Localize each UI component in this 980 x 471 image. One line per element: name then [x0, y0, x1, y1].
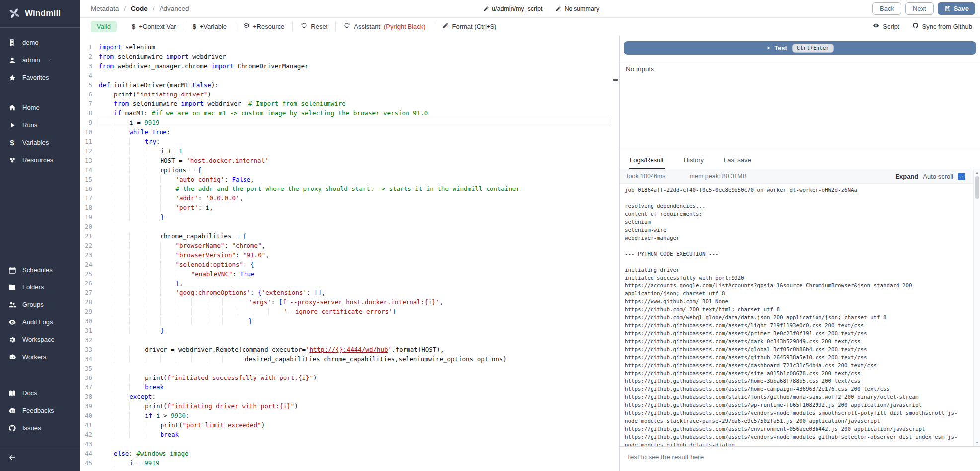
logs-scrollbar[interactable]: ▲ ▼ — [973, 169, 980, 446]
code-line[interactable]: 21 chrome_capabilities = { — [80, 231, 619, 241]
sidebar-item-variables[interactable]: $Variables — [0, 134, 80, 151]
toolbar-variable[interactable]: $+Variable — [184, 21, 235, 31]
sidebar-item-label: Docs — [22, 389, 37, 397]
code-line[interactable]: 7 from seleniumwire import webdriver # I… — [80, 99, 619, 108]
tab-code[interactable]: Code — [131, 5, 148, 12]
code-line[interactable]: 9 i = 9919 — [80, 118, 619, 127]
line-number: 1 — [80, 42, 99, 52]
code-line[interactable]: 5def initiateDriver(macM1=False): — [80, 80, 619, 90]
code-line[interactable]: 39 print(f"initiating driver with port:{… — [80, 401, 619, 411]
sidebar-item-home[interactable]: Home — [0, 99, 80, 116]
sidebar-item-issues[interactable]: Issues — [0, 419, 80, 437]
code-line[interactable]: 41 print("port limit exceeded") — [80, 420, 619, 430]
code-line[interactable]: 16 # the addr and the port where the pro… — [80, 184, 619, 193]
code-line[interactable]: 28 'args': [f'--proxy-server=host.docker… — [80, 297, 619, 307]
sidebar-item-docs[interactable]: Docs — [0, 384, 80, 402]
tab-advanced[interactable]: Advanced — [160, 5, 189, 12]
sidebar-item-runs[interactable]: Runs — [0, 116, 80, 134]
expand-button[interactable]: Expand — [895, 173, 918, 180]
script-summary-edit[interactable]: No summary — [555, 5, 599, 12]
code-line[interactable]: 43 — [80, 439, 619, 449]
sidebar-item-admin[interactable]: admin — [0, 51, 80, 69]
code-line[interactable]: 33 driver = webdriver.Remote(command_exe… — [80, 345, 619, 354]
code-line[interactable]: 27 'goog:chromeOptions': {'extensions': … — [80, 288, 619, 297]
line-number: 45 — [80, 458, 99, 468]
toolbar-assistant[interactable]: Assistant (Pyright Black) — [335, 21, 433, 31]
code-line[interactable]: 26 }, — [80, 279, 619, 288]
tab-metadata[interactable]: Metadata — [91, 5, 119, 12]
code-line[interactable]: 1import selenium — [80, 42, 619, 52]
sidebar-item-resources[interactable]: Resources — [0, 151, 80, 169]
header-actions: Back Next Save — [872, 2, 975, 15]
app-logo[interactable]: Windmill — [0, 0, 80, 28]
code-line[interactable]: 19 } — [80, 212, 619, 222]
bot-icon — [8, 353, 16, 361]
log-output[interactable]: job 01864aff-22dd-cf40-f0c5-0ec8e9b50c70… — [620, 184, 980, 446]
code-line[interactable]: 10 while True: — [80, 127, 619, 137]
toolbar-resource[interactable]: +Resource — [235, 21, 292, 31]
code-editor[interactable]: 1import selenium2from seleniumwire impor… — [80, 35, 619, 471]
save-button[interactable]: Save — [938, 2, 975, 15]
toolbar-context-var[interactable]: $+Context Var — [124, 21, 184, 31]
line-number: 37 — [80, 382, 99, 392]
code-line[interactable]: 31 } — [80, 326, 619, 335]
back-button[interactable]: Back — [872, 2, 901, 15]
scrollbar-thumb[interactable] — [975, 176, 979, 199]
code-line[interactable]: 36 print(f"initiated successfully with p… — [80, 373, 619, 382]
code-line[interactable]: 2from seleniumwire import webdriver — [80, 52, 619, 61]
code-line[interactable]: 11 try: — [80, 137, 619, 146]
code-line[interactable]: 17 'addr': '0.0.0.0', — [80, 193, 619, 203]
sidebar-item-workers[interactable]: Workers — [0, 348, 80, 366]
code-line[interactable]: 12 i += 1 — [80, 146, 619, 156]
autoscroll-checkbox[interactable] — [958, 173, 965, 180]
tab-history[interactable]: History — [683, 151, 705, 169]
code-line[interactable]: 38 except: — [80, 392, 619, 401]
code-line[interactable]: 30 } — [80, 316, 619, 326]
code-line[interactable]: 25 "enableVNC": True — [80, 269, 619, 279]
code-line[interactable]: 13 HOST = 'host.docker.internal' — [80, 156, 619, 165]
collapse-sidebar-icon[interactable] — [8, 453, 17, 462]
code-line[interactable]: 45 i = 9919 — [80, 458, 619, 468]
next-button[interactable]: Next — [905, 2, 934, 15]
code-line[interactable]: 4 — [80, 71, 619, 80]
code-line[interactable]: 34 desired_capabilities=chrome_capabilit… — [80, 354, 619, 364]
toolbar-reset[interactable]: Reset — [292, 21, 335, 31]
code-line[interactable]: 20 — [80, 222, 619, 231]
sidebar-item-schedules[interactable]: Schedules — [0, 261, 80, 279]
sidebar-item-favorites[interactable]: Favorites — [0, 69, 80, 86]
scroll-down-icon[interactable]: ▼ — [975, 439, 979, 446]
log-line: https://github.githubassets.com/assets/d… — [625, 362, 967, 370]
code-line[interactable]: 24 "selenoid:options": { — [80, 260, 619, 269]
toolbar-sync-from-github[interactable]: Sync from Github — [912, 21, 972, 31]
code-line[interactable]: 3from webdriver_manager.chrome import Ch… — [80, 61, 619, 71]
tab-logs-result[interactable]: Logs/Result — [629, 151, 665, 169]
sidebar-item-feedbacks[interactable]: Feedbacks — [0, 402, 80, 419]
code-line[interactable]: 35 — [80, 364, 619, 373]
test-button[interactable]: Test Ctrl+Enter — [624, 41, 976, 55]
code-line[interactable]: 42 break — [80, 430, 619, 439]
code-line[interactable]: 15 'auto_config': False, — [80, 175, 619, 184]
code-line[interactable]: 40 if i > 9930: — [80, 411, 619, 420]
toolbar-format-ctrl-s[interactable]: Format (Ctrl+S) — [434, 21, 505, 31]
script-path-edit[interactable]: u/admin/my_script — [483, 5, 542, 12]
sidebar-item-demo[interactable]: demo — [0, 34, 80, 51]
tab-last-save[interactable]: Last save — [723, 151, 752, 169]
code-line[interactable]: 14 options = { — [80, 165, 619, 175]
sidebar-item-audit-logs[interactable]: Audit Logs — [0, 313, 80, 331]
toolbar-script[interactable]: Script — [873, 21, 899, 31]
sidebar-item-folders[interactable]: Folders — [0, 279, 80, 296]
code-line[interactable]: 23 "browserVersion": "91.0", — [80, 250, 619, 260]
scroll-up-icon[interactable]: ▲ — [975, 169, 979, 176]
code-line[interactable]: 44 else: #windows image — [80, 449, 619, 458]
code-line[interactable]: 6 print("initiating driver") — [80, 90, 619, 99]
code-line[interactable]: 37 break — [80, 382, 619, 392]
code-line[interactable]: 22 "browserName": "chrome", — [80, 241, 619, 250]
dollar-icon: $ — [132, 23, 135, 30]
code-line[interactable]: 32 — [80, 335, 619, 345]
code-line[interactable]: 29 '--ignore-certificate-errors'] — [80, 307, 619, 316]
code-line[interactable]: 18 'port': i, — [80, 203, 619, 212]
sidebar-item-workspace[interactable]: Workspace — [0, 331, 80, 348]
editor-scrollbar[interactable] — [612, 35, 619, 471]
sidebar-item-groups[interactable]: Groups — [0, 296, 80, 313]
code-line[interactable]: 8 if macM1: #if we are on mac m1 -> cust… — [80, 108, 619, 118]
